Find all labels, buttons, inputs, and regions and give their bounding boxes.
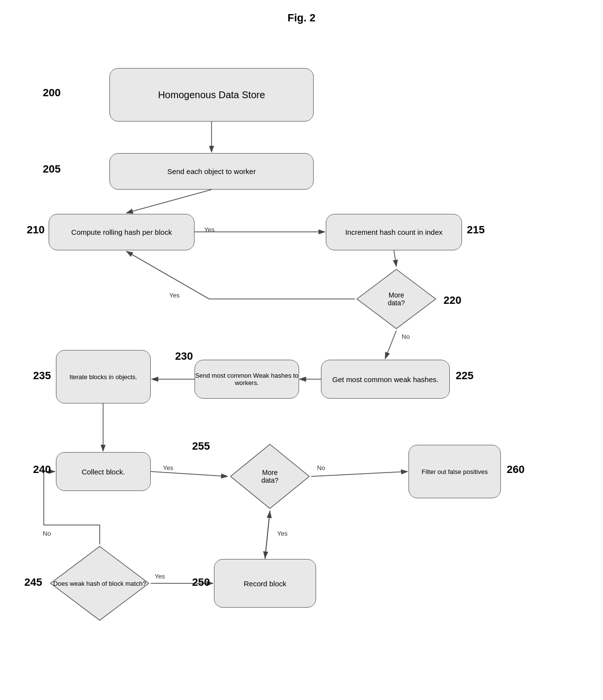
label-215: 215 (467, 224, 485, 236)
diagram-container: Yes Yes No Yes No Yes Yes No Homogenous … (0, 29, 603, 700)
node-250: Record block (214, 559, 316, 608)
label-225: 225 (456, 369, 474, 382)
svg-line-2 (126, 190, 212, 213)
node-245: Does weak hash of block match? (49, 544, 151, 622)
no-label-220: No (402, 333, 410, 340)
node-200: Homogenous Data Store (109, 68, 314, 122)
label-235: 235 (33, 369, 51, 382)
label-210: 210 (27, 224, 45, 236)
label-200: 200 (43, 87, 61, 99)
node-230: Send most common Weak hashes to workers. (195, 360, 299, 399)
node-225: Get most common weak hashes. (321, 360, 450, 399)
label-240: 240 (33, 463, 51, 476)
svg-line-9 (151, 472, 228, 476)
yes-label-255b: Yes (277, 530, 287, 537)
label-245: 245 (24, 576, 42, 589)
svg-line-4 (394, 250, 396, 266)
node-240: Collect block. (56, 452, 151, 491)
label-230: 230 (175, 350, 193, 363)
node-205: Send each object to worker (109, 153, 314, 190)
no-label-245: No (43, 530, 51, 537)
label-255: 255 (192, 440, 210, 453)
node-210: Compute rolling hash per block (49, 214, 195, 250)
node-255: More data? (229, 442, 311, 510)
label-250: 250 (192, 576, 210, 589)
svg-line-10 (311, 472, 408, 476)
no-label-255: No (317, 464, 325, 472)
node-260: Filter out false positives (408, 445, 501, 498)
label-205: 205 (43, 163, 61, 175)
svg-line-5 (385, 331, 396, 359)
yes-label-220: Yes (169, 292, 179, 299)
page-title: Fig. 2 (0, 0, 603, 29)
label-220: 220 (443, 294, 461, 307)
label-260: 260 (507, 463, 525, 476)
svg-line-11 (265, 510, 270, 558)
yes-label-245: Yes (155, 573, 165, 580)
node-235: Iterate blocks in objects. (56, 350, 151, 403)
node-220: More data? (355, 267, 438, 331)
yes-label-255a: Yes (163, 464, 173, 472)
yes-label-210: Yes (204, 226, 214, 233)
node-215: Increment hash count in index (326, 214, 462, 250)
svg-line-13 (265, 511, 270, 559)
